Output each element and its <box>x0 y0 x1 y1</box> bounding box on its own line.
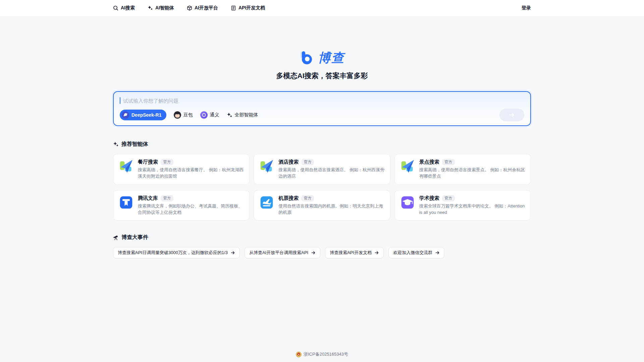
model-chip-tongyi[interactable]: 通义 <box>200 111 219 119</box>
model-chip-deepseek[interactable]: DeepSeek-R1 <box>120 110 166 120</box>
sparkles-icon <box>113 141 119 147</box>
model-chip-label: 豆包 <box>183 112 193 118</box>
amap-plane-icon <box>400 159 415 174</box>
model-chip-doubao[interactable]: 豆包 <box>174 111 193 119</box>
event-link-open-platform[interactable]: 从博查AI开放平台调用搜索API <box>245 247 320 258</box>
nav-item-label: AI开放平台 <box>195 5 218 11</box>
text-cursor <box>120 97 120 104</box>
agents-section-header: 推荐智能体 <box>113 141 531 148</box>
section-title: 博查大事件 <box>121 234 148 241</box>
event-label: 欢迎加入微信交流群 <box>393 250 432 256</box>
arrow-right-icon <box>230 250 235 255</box>
agent-card-title: 机票搜索 <box>278 195 299 201</box>
telescope-icon <box>113 235 119 240</box>
model-chip-label: 通义 <box>210 112 219 118</box>
event-link-api-docs[interactable]: 博查搜索API开发文档 <box>325 247 384 258</box>
hero-tagline: 多模态AI搜索，答案丰富多彩 <box>113 71 531 80</box>
model-chip-all-agents[interactable]: 全部智能体 <box>227 112 258 118</box>
agent-card-description: 使用自然语言搜索国内的机票。例如：明天北京到上海的机票 <box>278 203 384 216</box>
official-badge: 官方 <box>161 159 173 165</box>
search-input[interactable] <box>123 98 524 104</box>
nav-item-open-platform[interactable]: AI开放平台 <box>187 5 218 11</box>
agents-grid: 餐厅搜索 官方 搜索高德，使用自然语言搜索餐厅。 例如：杭州龙湖西溪天街附近的拉… <box>113 154 531 221</box>
agent-card-title: 景点搜索 <box>419 159 439 165</box>
events-row: 博查搜索API日调用量突破3000万次，达到微软必应的1/3 从博查AI开放平台… <box>113 247 531 258</box>
model-chip-label: DeepSeek-R1 <box>131 112 162 118</box>
agent-card-title: 腾讯文库 <box>138 195 158 201</box>
send-button[interactable] <box>499 109 524 121</box>
official-badge: 官方 <box>442 159 455 165</box>
official-badge: 官方 <box>161 195 173 201</box>
event-label: 从博查AI开放平台调用搜索API <box>249 250 308 256</box>
police-badge-icon <box>296 352 302 357</box>
document-icon <box>231 5 236 11</box>
login-button[interactable]: 登录 <box>522 5 531 11</box>
section-title: 推荐智能体 <box>121 141 148 148</box>
agent-card-attraction[interactable]: 景点搜索 官方 搜索高德，使用自然语言搜索景点。 例如：杭州余杭区有哪些景点 <box>394 154 531 185</box>
deepseek-logo-icon <box>122 111 129 119</box>
agent-card-description: 搜索高德，使用自然语言搜索景点。 例如：杭州余杭区有哪些景点 <box>419 167 525 180</box>
brand-logo-icon <box>299 50 315 66</box>
search-icon <box>113 5 118 11</box>
graduation-cap-icon <box>400 195 415 210</box>
event-link-api-volume[interactable]: 博查搜索API日调用量突破3000万次，达到微软必应的1/3 <box>113 247 240 258</box>
event-label: 博查搜索API日调用量突破3000万次，达到微软必应的1/3 <box>118 250 228 256</box>
tongyi-logo-icon <box>200 111 208 119</box>
nav-item-label: API开发文档 <box>238 5 265 11</box>
agent-card-title: 学术搜索 <box>419 195 439 201</box>
arrow-right-icon <box>311 250 316 255</box>
icp-number[interactable]: 浙ICP备2025165343号 <box>304 351 348 357</box>
agent-card-restaurant[interactable]: 餐厅搜索 官方 搜索高德，使用自然语言搜索餐厅。 例如：杭州龙湖西溪天街附近的拉… <box>113 154 250 185</box>
events-section-header: 博查大事件 <box>113 234 531 241</box>
agent-card-hotel[interactable]: 酒店搜索 官方 搜索高德，使用自然语言搜索酒店。 例如：杭州西溪旁边的酒店 <box>254 154 390 185</box>
agent-card-tencent-docs[interactable]: 腾讯文库 官方 搜索腾讯文库，例如职场办公、考试真题、简历模板、合同协议等上亿份… <box>113 190 250 221</box>
arrow-right-icon <box>435 250 440 255</box>
official-badge: 官方 <box>301 195 314 201</box>
tencent-docs-icon <box>119 195 133 210</box>
brand-name: 博查 <box>318 50 345 66</box>
agent-card-description: 搜索高德，使用自然语言搜索餐厅。 例如：杭州龙湖西溪天街附近的拉面馆 <box>138 167 244 180</box>
nav-item-ai-agents[interactable]: AI智能体 <box>148 5 174 11</box>
event-link-wechat-group[interactable]: 欢迎加入微信交流群 <box>388 247 444 258</box>
flight-icon <box>259 195 274 210</box>
agent-card-academic[interactable]: 学术搜索 官方 搜索全球百万篇学术文档库中的论文。 例如：Attention i… <box>394 190 531 221</box>
agent-card-title: 餐厅搜索 <box>138 159 158 165</box>
nav-item-label: AI搜索 <box>121 5 135 11</box>
agent-card-description: 搜索全球百万篇学术文档库中的论文。 例如：Attention is all yo… <box>419 203 525 216</box>
footer: 浙ICP备2025165343号 <box>113 346 531 362</box>
sparkles-icon <box>227 112 232 118</box>
arrow-right-icon <box>508 112 515 118</box>
agent-card-flight[interactable]: 机票搜索 官方 使用自然语言搜索国内的机票。例如：明天北京到上海的机票 <box>254 190 390 221</box>
sparkles-icon <box>148 5 153 11</box>
doubao-avatar-icon <box>174 111 181 119</box>
cube-icon <box>187 5 192 11</box>
model-chip-label: 全部智能体 <box>235 112 258 118</box>
nav-item-label: AI智能体 <box>155 5 174 11</box>
agent-card-description: 搜索高德，使用自然语言搜索酒店。 例如：杭州西溪旁边的酒店 <box>278 167 384 180</box>
amap-plane-icon <box>119 159 133 174</box>
nav-item-ai-search[interactable]: AI搜索 <box>113 5 135 11</box>
agent-card-description: 搜索腾讯文库，例如职场办公、考试真题、简历模板、合同协议等上亿份文档 <box>138 203 244 216</box>
search-box: DeepSeek-R1 豆包 通义 全部智能体 <box>113 91 531 126</box>
event-label: 博查搜索API开发文档 <box>330 250 372 256</box>
official-badge: 官方 <box>301 159 314 165</box>
amap-plane-icon <box>259 159 274 174</box>
nav-item-api-docs[interactable]: API开发文档 <box>231 5 265 11</box>
top-navigation: AI搜索 AI智能体 AI开放平台 API开发文档 登录 <box>0 0 644 16</box>
main-content: 博查 多模态AI搜索，答案丰富多彩 DeepSeek-R1 豆包 <box>113 16 531 362</box>
arrow-right-icon <box>374 250 379 255</box>
agent-card-title: 酒店搜索 <box>278 159 299 165</box>
brand-logo: 博查 <box>113 50 531 66</box>
official-badge: 官方 <box>442 195 455 201</box>
